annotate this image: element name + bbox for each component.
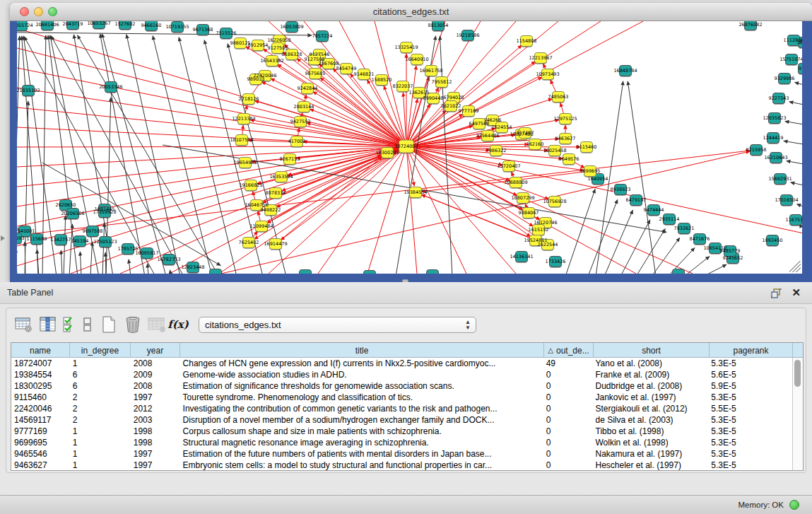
table-cell: Tibbo et al. (1998) bbox=[593, 426, 709, 437]
table-cell: Embryonic stem cells: a model to study s… bbox=[180, 460, 543, 471]
table-cell: 19384554 bbox=[11, 369, 70, 380]
table-header-row: namein_degreeyeartitle△out_de...shortpag… bbox=[11, 343, 803, 358]
table-cell: Changes of HCN gene expression and I(f) … bbox=[180, 358, 543, 369]
svg-text:9146821: 9146821 bbox=[354, 71, 375, 77]
svg-text:9115460: 9115460 bbox=[577, 144, 597, 150]
svg-text:9485779: 9485779 bbox=[720, 248, 741, 254]
table-cell: de Silva et al. (2003) bbox=[593, 414, 709, 426]
svg-text:8938923: 8938923 bbox=[611, 187, 631, 192]
svg-text:20206506: 20206506 bbox=[61, 211, 84, 216]
window-resize-grip[interactable] bbox=[789, 261, 801, 272]
delete-table-icon[interactable] bbox=[145, 314, 169, 335]
svg-text:317487: 317487 bbox=[517, 130, 534, 136]
table-row[interactable]: 1872400712008Changes of HCN gene express… bbox=[11, 358, 792, 369]
column-header-in_degree[interactable]: in_degree bbox=[70, 343, 131, 358]
scrollbar-thumb[interactable] bbox=[794, 360, 801, 387]
svg-text:1640954: 1640954 bbox=[588, 176, 608, 182]
svg-text:19218586: 19218586 bbox=[456, 33, 479, 38]
float-panel-icon[interactable] bbox=[770, 287, 782, 300]
select-stepper-icon: ▲▼ bbox=[465, 320, 471, 331]
svg-text:9463627: 9463627 bbox=[555, 136, 576, 141]
svg-text:9466160: 9466160 bbox=[141, 23, 162, 28]
table-panel-title: Table Panel bbox=[7, 288, 53, 298]
trash-icon[interactable] bbox=[121, 314, 145, 335]
table-row[interactable]: 1456911722003Disruption of a novel membe… bbox=[11, 414, 792, 426]
column-header-year[interactable]: year bbox=[131, 343, 180, 358]
table-cell: Corpus callosum shape and size in male p… bbox=[180, 426, 543, 437]
show-columns-icon[interactable] bbox=[36, 314, 60, 335]
svg-text:19384554: 19384554 bbox=[404, 189, 427, 195]
table-cell: Hescheler et al. (1997) bbox=[593, 460, 709, 471]
svg-text:15692931: 15692931 bbox=[768, 176, 792, 182]
table-source-value: citations_edges.txt bbox=[205, 320, 281, 330]
table-source-select[interactable]: citations_edges.txt ▲▼ bbox=[199, 317, 476, 333]
select-checkbox-icon[interactable] bbox=[60, 314, 78, 335]
table-row[interactable]: 1938455462009Genome-wide association stu… bbox=[11, 369, 792, 380]
function-icon[interactable]: f(x) bbox=[169, 314, 187, 335]
column-header-out_de[interactable]: △out_de... bbox=[544, 343, 594, 358]
svg-text:8215958: 8215958 bbox=[746, 147, 767, 153]
table-cell: 1997 bbox=[131, 392, 180, 403]
svg-text:8813054: 8813054 bbox=[428, 23, 449, 28]
citation-network-graph[interactable]: 1405572420691406204371910653267152760294… bbox=[17, 21, 802, 274]
table-cell: 9777169 bbox=[11, 426, 70, 437]
row-height-icon[interactable] bbox=[78, 314, 97, 335]
column-header-short[interactable]: short bbox=[594, 343, 710, 358]
table-cell: 5.3E-5 bbox=[708, 437, 792, 448]
table-cell: Investigating the contribution of common… bbox=[180, 403, 543, 414]
svg-text:16961758: 16961758 bbox=[419, 68, 442, 74]
graph-node[interactable] bbox=[364, 271, 376, 274]
column-header-name[interactable]: name bbox=[11, 343, 70, 358]
graph-node[interactable] bbox=[300, 270, 312, 274]
table-cell: 5.6E-5 bbox=[708, 369, 792, 380]
svg-text:1115689: 1115689 bbox=[27, 236, 47, 242]
svg-text:7515526: 7515526 bbox=[216, 30, 237, 36]
svg-text:16210643: 16210643 bbox=[764, 155, 787, 160]
table-row[interactable]: 977716911998Corpus callosum shape and si… bbox=[11, 426, 792, 437]
window-titlebar[interactable]: citations_edges.txt bbox=[10, 3, 812, 21]
table-row[interactable]: 946554611997Estimation of the future num… bbox=[11, 448, 792, 460]
svg-text:21035102: 21035102 bbox=[17, 88, 40, 93]
svg-text:12213383: 12213383 bbox=[232, 116, 255, 122]
network-canvas[interactable]: 1405572420691406204371910653267152760294… bbox=[17, 21, 802, 274]
svg-text:9127: 9127 bbox=[799, 66, 802, 71]
table-cell: 1998 bbox=[131, 437, 180, 448]
table-row[interactable]: 2242004622012Investigating the contribut… bbox=[11, 403, 792, 414]
column-header-pagerank[interactable]: pagerank bbox=[710, 343, 793, 358]
svg-text:2803144: 2803144 bbox=[294, 104, 314, 110]
svg-text:13325419: 13325419 bbox=[394, 45, 418, 50]
graph-node[interactable] bbox=[427, 270, 439, 274]
table-settings-icon[interactable] bbox=[12, 314, 36, 335]
table-cell: 0 bbox=[543, 380, 593, 392]
svg-text:1624554: 1624554 bbox=[492, 124, 512, 130]
table-vertical-scrollbar[interactable] bbox=[792, 358, 803, 470]
graph-node[interactable] bbox=[210, 269, 222, 274]
table-row[interactable]: 969969511998Structural magnetic resonanc… bbox=[11, 437, 792, 448]
table-cell: 1997 bbox=[131, 460, 180, 471]
table-cell: 2 bbox=[70, 414, 131, 426]
column-header-title[interactable]: title bbox=[180, 343, 544, 358]
graph-node[interactable] bbox=[673, 269, 685, 274]
table-cell: 0 bbox=[543, 426, 593, 437]
table-cell: Stergiakouli et al. (2012) bbox=[593, 403, 709, 414]
panel-collapse-arrow-icon[interactable] bbox=[1, 235, 5, 241]
table-cell: Estimation of the future numbers of pati… bbox=[180, 448, 543, 460]
close-panel-icon[interactable]: ✕ bbox=[792, 286, 801, 299]
svg-text:9699695: 9699695 bbox=[580, 168, 601, 174]
table-row[interactable]: 911546021997Tourette syndrome. Phenomeno… bbox=[11, 392, 792, 403]
svg-text:8990448: 8990448 bbox=[423, 95, 444, 101]
svg-text:989013: 989013 bbox=[247, 76, 265, 82]
table-cell: 5.3E-5 bbox=[708, 392, 792, 403]
svg-text:9498222: 9498222 bbox=[261, 207, 281, 213]
table-panel: Table Panel ✕ bbox=[0, 282, 812, 495]
new-document-icon[interactable] bbox=[97, 314, 121, 335]
table-cell: Yano et al. (2008) bbox=[593, 358, 709, 369]
table-cell: 18724007 bbox=[11, 358, 70, 369]
table-row[interactable]: 1830029562008Estimation of significance … bbox=[11, 380, 792, 392]
svg-text:16095817: 16095817 bbox=[135, 250, 158, 256]
svg-text:20053346: 20053346 bbox=[99, 84, 122, 90]
table-row[interactable]: 946362711997Embryonic stem cells: a mode… bbox=[11, 460, 792, 471]
node-table: namein_degreeyeartitle△out_de...shortpag… bbox=[11, 342, 804, 471]
table-cell: 1 bbox=[70, 437, 131, 448]
svg-text:10973493: 10973493 bbox=[536, 71, 559, 77]
